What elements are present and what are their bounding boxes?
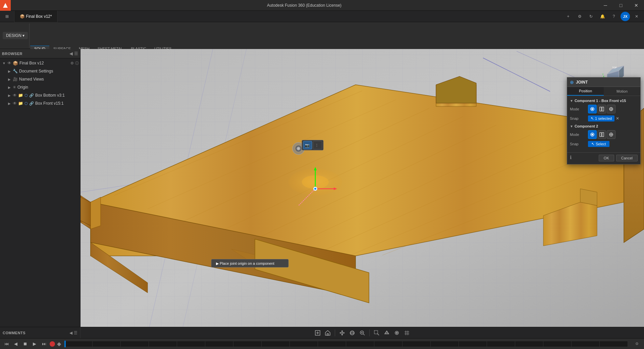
browser-root-item[interactable]: ▼ 👁 📦 Final Box v12 ⚙ ⓘ xyxy=(0,59,80,67)
box-bottom-expand[interactable]: ▶ xyxy=(7,93,12,98)
motion-study-button[interactable]: ⚙ xyxy=(633,340,641,348)
doc-settings-expand[interactable]: ▶ xyxy=(7,68,12,74)
viewport-svg: ⊕ 📷 ⋮ ▶ Place joint origin on a componen… xyxy=(80,49,644,327)
zoom-window-button[interactable] xyxy=(372,329,381,337)
display-mode-button[interactable] xyxy=(382,329,391,337)
box-bottom-eye[interactable]: 👁 xyxy=(13,93,17,98)
browser-named-views-item[interactable]: ▶ 🎥 Named Views xyxy=(0,75,80,83)
box-front-eye[interactable]: 👁 xyxy=(13,101,17,106)
comp2-mode-origin-btn[interactable] xyxy=(607,130,615,139)
minimize-button[interactable]: ─ xyxy=(598,0,613,11)
design-label: DESIGN ▾ xyxy=(6,33,24,38)
box-bottom-folder: 📁 xyxy=(18,93,23,98)
comments-label: COMMENTS xyxy=(3,331,25,335)
comp2-snap-select-button[interactable]: ↖ Select xyxy=(588,141,609,147)
orbit-button[interactable] xyxy=(348,329,357,337)
browser-collapse-left[interactable]: ◀ xyxy=(69,51,73,56)
settings-icon[interactable]: ⚙ xyxy=(575,12,584,21)
comp2-mode-between-btn[interactable] xyxy=(597,130,606,139)
comp2-mode-label: Mode xyxy=(570,133,587,137)
comp1-snap-cursor-icon: ↖ xyxy=(591,116,594,121)
browser-box-bottom-item[interactable]: ▶ 👁 📁 ⬡ 🔗 Box Bottom v3:1 xyxy=(0,91,80,99)
root-expand[interactable]: ▼ xyxy=(1,60,7,66)
browser-show-hide[interactable]: ☰ xyxy=(74,51,78,56)
zoom-button[interactable] xyxy=(358,329,367,337)
browser-content: ▼ 👁 📦 Final Box v12 ⚙ ⓘ ▶ 🔧 Document Set… xyxy=(0,58,80,327)
svg-point-113 xyxy=(592,134,593,135)
svg-line-131 xyxy=(377,334,379,335)
toolbar: DESIGN ▾ SOLID SURFACE MESH SHEET METAL … xyxy=(0,22,644,49)
notification-icon[interactable]: 🔔 xyxy=(598,12,607,21)
comments-expand[interactable]: ☰ xyxy=(74,331,77,335)
box-front-expand[interactable]: ▶ xyxy=(7,101,12,106)
joint-motion-tab[interactable]: Motion xyxy=(604,87,640,96)
box-bottom-link: 🔗 xyxy=(29,93,34,98)
pan-button[interactable] xyxy=(338,329,346,337)
fit-screen-button[interactable] xyxy=(313,329,322,337)
help-icon[interactable]: ? xyxy=(609,12,619,21)
title-bar: Autodesk Fusion 360 (Education License) … xyxy=(0,0,644,11)
design-mode-button[interactable]: DESIGN ▾ xyxy=(3,32,28,39)
joint-dialog-footer: ℹ OK Cancel xyxy=(567,152,640,164)
joint-dialog-body: ▼ Component 1 - Box Front v15 Mode xyxy=(567,96,640,152)
maximize-button[interactable]: □ xyxy=(613,0,629,11)
comp1-collapse[interactable]: ▼ xyxy=(570,99,573,103)
named-views-label: Named Views xyxy=(19,77,79,82)
comp2-snap-value: Select xyxy=(596,142,606,146)
joint-dialog-title: JOINT xyxy=(576,80,588,85)
stop-button[interactable]: ⏹ xyxy=(21,340,29,348)
close-tab-icon[interactable]: ✕ xyxy=(632,12,641,21)
comp1-mode-snap-btn[interactable] xyxy=(588,105,597,113)
record-button[interactable] xyxy=(50,341,55,347)
comp2-mode-snap-btn[interactable] xyxy=(588,130,597,139)
root-info-icon[interactable]: ⓘ xyxy=(75,61,79,66)
step-back-button[interactable]: ◀ xyxy=(12,340,19,348)
comp1-snap-selected-button[interactable]: ↖ 1 selected xyxy=(588,115,614,121)
comp1-snap-row: Snap ↖ 1 selected ✕ xyxy=(570,115,638,121)
joint-cancel-button[interactable]: Cancel xyxy=(616,155,638,161)
user-icon[interactable]: JX xyxy=(621,12,630,21)
doc-settings-label: Document Settings xyxy=(19,69,79,73)
browser-doc-settings-item[interactable]: ▶ 🔧 Document Settings xyxy=(0,67,80,75)
browser-origin-item[interactable]: ▶ ✳ Origin xyxy=(0,83,80,91)
play-button[interactable]: ▶ xyxy=(31,340,38,348)
named-views-expand[interactable]: ▶ xyxy=(7,77,12,82)
home-view-button[interactable] xyxy=(323,329,332,337)
root-settings-icon[interactable]: ⚙ xyxy=(70,61,74,65)
joint-ok-button[interactable]: OK xyxy=(599,155,614,161)
viewport[interactable]: ⊕ 📷 ⋮ ▶ Place joint origin on a componen… xyxy=(80,49,644,327)
comp1-snap-value: 1 selected xyxy=(595,116,612,120)
forward-end-button[interactable]: ⏭ xyxy=(40,340,48,348)
new-tab-button[interactable]: + xyxy=(564,12,573,21)
browser-box-front-item[interactable]: ▶ 👁 📁 ⬡ 🔗 Box Front v15:1 xyxy=(0,99,80,107)
root-eye[interactable]: 👁 xyxy=(7,61,11,65)
comp2-snap-row: Snap ↖ Select xyxy=(570,141,638,147)
svg-text:⊕: ⊕ xyxy=(297,146,301,151)
viewport-bottom-toolbar xyxy=(80,329,644,337)
box-front-component: ⬡ xyxy=(24,101,28,106)
joint-info-icon[interactable]: ℹ xyxy=(570,155,572,161)
comp1-snap-clear-button[interactable]: ✕ xyxy=(616,116,619,121)
origin-expand[interactable]: ▶ xyxy=(7,85,12,90)
joint-dialog-header: ⊕ JOINT xyxy=(567,78,640,87)
timeline[interactable] xyxy=(64,341,628,347)
browser-header: BROWSER ◀ ☰ xyxy=(0,49,80,58)
refresh-icon[interactable]: ↻ xyxy=(586,12,596,21)
comments-section: COMMENTS ◀ ☰ xyxy=(0,327,80,339)
close-button[interactable]: ✕ xyxy=(629,0,644,11)
tab-home[interactable]: ⊞ xyxy=(0,11,14,22)
grid-settings-button[interactable] xyxy=(402,329,411,337)
comp2-collapse[interactable]: ▼ xyxy=(570,124,573,128)
app-title: Autodesk Fusion 360 (Education License) xyxy=(11,3,598,8)
joint-position-tab[interactable]: Position xyxy=(567,87,604,96)
effects-button[interactable] xyxy=(392,329,401,337)
design-mode-group: DESIGN ▾ xyxy=(1,23,30,48)
comp2-snap-cursor-icon: ↖ xyxy=(591,142,595,146)
comments-collapse-left[interactable]: ◀ xyxy=(69,331,72,335)
comp1-mode-origin-btn[interactable] xyxy=(607,105,615,113)
tab-final-box[interactable]: 📦 Final Box v12* xyxy=(14,11,58,22)
comp1-mode-between-btn[interactable] xyxy=(597,105,606,113)
keyframe-button[interactable]: ◆ xyxy=(57,341,61,347)
rewind-begin-button[interactable]: ⏮ xyxy=(3,340,10,348)
joint-dialog-tabs: Position Motion xyxy=(567,87,640,96)
